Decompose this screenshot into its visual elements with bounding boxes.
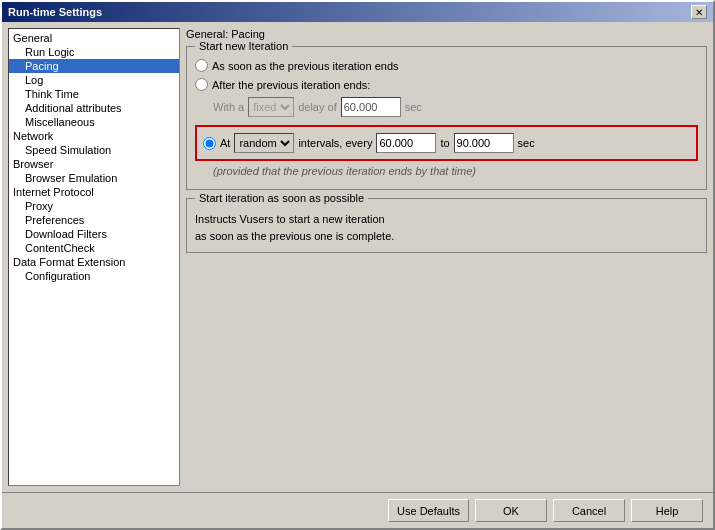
radio-at-random[interactable] [203, 137, 216, 150]
window-title: Run-time Settings [8, 6, 102, 18]
tree-item-data-format-extension[interactable]: Data Format Extension [9, 255, 179, 269]
radio-row-2: After the previous iteration ends: [195, 78, 698, 91]
tree-item-download-filters[interactable]: Download Filters [9, 227, 179, 241]
tree-item-content-check[interactable]: ContentCheck [9, 241, 179, 255]
random-select[interactable]: random [234, 133, 294, 153]
radio-label-1: As soon as the previous iteration ends [212, 60, 399, 72]
radio-label-2: After the previous iteration ends: [212, 79, 370, 91]
title-bar: Run-time Settings ✕ [2, 2, 713, 22]
tree-item-speed-simulation[interactable]: Speed Simulation [9, 143, 179, 157]
tree-item-think-time[interactable]: Think Time [9, 87, 179, 101]
from-value-input[interactable] [376, 133, 436, 153]
tree-item-internet-protocol[interactable]: Internet Protocol [9, 185, 179, 199]
fixed-delay-row: With a fixed delay of 60.000 sec [213, 97, 698, 117]
tree-item-proxy[interactable]: Proxy [9, 199, 179, 213]
cancel-button[interactable]: Cancel [553, 499, 625, 522]
start-soon-title: Start iteration as soon as possible [195, 192, 368, 204]
to-label: to [440, 137, 449, 149]
tree-item-pacing[interactable]: Pacing [9, 59, 179, 73]
tree-item-log[interactable]: Log [9, 73, 179, 87]
intervals-every-label: intervals, every [298, 137, 372, 149]
at-label: At [220, 137, 230, 149]
tree-item-general[interactable]: General [9, 31, 179, 45]
fixed-select[interactable]: fixed [248, 97, 294, 117]
use-defaults-button[interactable]: Use Defaults [388, 499, 469, 522]
start-soon-text: Instructs Vusers to start a new iteratio… [195, 211, 698, 244]
tree-item-browser[interactable]: Browser [9, 157, 179, 171]
tree-item-network[interactable]: Network [9, 129, 179, 143]
main-content: General Run Logic Pacing Log Think Time … [2, 22, 713, 492]
sec-label-1: sec [405, 101, 422, 113]
radio-as-soon[interactable] [195, 59, 208, 72]
start-iteration-title: Start new Iteration [195, 40, 292, 52]
start-soon-group: Start iteration as soon as possible Inst… [186, 198, 707, 253]
tree-item-browser-emulation[interactable]: Browser Emulation [9, 171, 179, 185]
start-iteration-group: Start new Iteration As soon as the previ… [186, 46, 707, 190]
start-soon-line1: Instructs Vusers to start a new iteratio… [195, 211, 698, 228]
tree-item-miscellaneous[interactable]: Miscellaneous [9, 115, 179, 129]
group-box-inner: As soon as the previous iteration ends A… [195, 59, 698, 177]
content-panel: General: Pacing Start new Iteration As s… [186, 28, 707, 486]
radio-row-1: As soon as the previous iteration ends [195, 59, 698, 72]
ok-button[interactable]: OK [475, 499, 547, 522]
close-button[interactable]: ✕ [691, 5, 707, 19]
delay-value-input[interactable]: 60.000 [341, 97, 401, 117]
tree-item-run-logic[interactable]: Run Logic [9, 45, 179, 59]
to-value-input[interactable] [454, 133, 514, 153]
delay-of-label: delay of [298, 101, 337, 113]
main-window: Run-time Settings ✕ General Run Logic Pa… [0, 0, 715, 530]
tree-item-additional-attributes[interactable]: Additional attributes [9, 101, 179, 115]
content-breadcrumb: General: Pacing [186, 28, 707, 40]
radio-after-previous[interactable] [195, 78, 208, 91]
footer: Use Defaults OK Cancel Help [2, 492, 713, 528]
tree-item-configuration[interactable]: Configuration [9, 269, 179, 283]
note-text: (provided that the previous iteration en… [213, 165, 698, 177]
at-random-row: At random intervals, every to sec [195, 125, 698, 161]
help-button[interactable]: Help [631, 499, 703, 522]
tree-item-preferences[interactable]: Preferences [9, 213, 179, 227]
tree-panel: General Run Logic Pacing Log Think Time … [8, 28, 180, 486]
sec-label-2: sec [518, 137, 535, 149]
with-a-label: With a [213, 101, 244, 113]
start-soon-line2: as soon as the previous one is complete. [195, 228, 698, 245]
